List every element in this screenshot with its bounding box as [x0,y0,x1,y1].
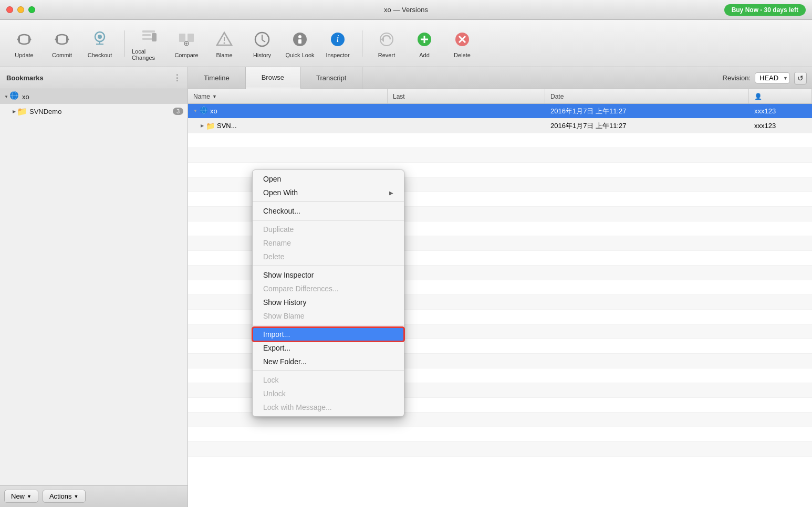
column-header-name[interactable]: Name ▼ [188,89,388,103]
revision-select-wrapper: HEAD [755,72,790,83]
tabs-bar: Timeline Browse Transcript Revision: HEA… [188,67,812,89]
collapse-icon: ▶ [13,109,16,114]
menu-export[interactable]: Export... [253,341,404,355]
toolbar-local-changes-button[interactable]: Local Changes [130,25,168,62]
history-label: History [253,52,271,58]
table-row-empty [188,427,812,442]
sort-icon: ▼ [212,94,217,99]
menu-compare-differences: Compare Differences... [253,282,404,295]
quick-look-icon [289,29,310,50]
toolbar-delete-button[interactable]: Delete [443,25,481,62]
titlebar: xo — Versions Buy Now - 30 days left [0,0,812,20]
tab-browse[interactable]: Browse [246,67,300,89]
bookmarks-label: Bookmarks [6,74,44,82]
actions-label: Actions [49,492,72,500]
sidebar-content: ▼ xo ▶ 📁 SVNDemo 3 [0,89,188,485]
sidebar-item-xo-label: xo [22,93,183,101]
svndemo-badge: 3 [173,108,183,115]
tab-transcript-label: Transcript [316,74,346,82]
toolbar-revert-button[interactable]: Revert [368,25,405,62]
tab-timeline[interactable]: Timeline [188,67,246,89]
blame-icon [214,29,235,50]
svg-rect-8 [142,30,155,33]
column-header-last[interactable]: Last [388,89,545,103]
new-button[interactable]: New ▼ [4,490,38,503]
sidebar-item-xo[interactable]: ▼ xo [0,89,188,104]
minimize-button[interactable] [17,6,24,13]
menu-show-inspector[interactable]: Show Inspector [253,268,404,282]
revision-select[interactable]: HEAD [755,72,790,83]
history-icon [252,29,273,50]
maximize-button[interactable] [28,6,35,13]
column-header-author[interactable]: 👤 [749,89,812,103]
menu-checkout[interactable]: Checkout... [253,204,404,218]
svg-line-22 [262,40,265,42]
toolbar-checkout-button[interactable]: Checkout [81,25,119,62]
add-icon [414,29,435,50]
toolbar-compare-button[interactable]: Compare [168,25,205,62]
date-col-label: Date [550,93,564,100]
toolbar-history-button[interactable]: History [243,25,281,62]
name-col-label: Name [193,93,210,100]
menu-duplicate: Duplicate [253,223,404,236]
toolbar-update-button[interactable]: Update [5,25,43,62]
menu-import[interactable]: Import... [253,328,404,341]
toolbar-sep-1 [124,30,124,57]
column-header-date[interactable]: Date [545,89,749,103]
menu-new-folder[interactable]: New Folder... [253,355,404,368]
toolbar-quick-look-button[interactable]: Quick Look [281,25,319,62]
checkout-icon [89,29,110,50]
update-label: Update [15,52,33,58]
toolbar-inspector-button[interactable]: i Inspector [319,25,357,62]
toolbar-sep-2 [362,30,362,57]
revision-area: Revision: HEAD ↺ [717,67,812,89]
svg-rect-11 [152,33,157,41]
tab-browse-label: Browse [262,73,284,81]
blame-label: Blame [216,52,232,58]
table-row[interactable]: ▶ 📁 SVN... 2016年1月7日 上午11:27 xxx123 [188,119,812,133]
menu-open-with-label: Open With [263,188,298,197]
close-button[interactable] [6,6,13,13]
menu-unlock: Unlock [253,387,404,400]
checkout-label: Checkout [88,52,112,58]
revert-label: Revert [378,52,395,58]
menu-show-history[interactable]: Show History [253,295,404,309]
svg-rect-9 [142,34,151,36]
buy-now-button[interactable]: Buy Now - 30 days left [724,4,806,16]
globe-icon [9,91,20,102]
update-icon [14,29,35,50]
table-row-empty [188,133,812,148]
context-menu: Open Open With Checkout... Duplicate Ren… [252,170,404,417]
menu-open[interactable]: Open [253,172,404,186]
svg-rect-10 [142,38,153,40]
table-row[interactable]: ▼ xo 2016年1月7日 上午11:27 xxx123 [188,104,812,119]
actions-chevron-icon: ▼ [74,494,79,499]
menu-rename: Rename [253,236,404,250]
sidebar-item-svndemo[interactable]: ▶ 📁 SVNDemo 3 [0,104,188,119]
toolbar: Update Commit Checkout [0,20,812,67]
toolbar-commit-button[interactable]: Commit [43,25,81,62]
tab-transcript[interactable]: Transcript [300,67,362,89]
svg-rect-13 [188,34,194,42]
toolbar-blame-button[interactable]: Blame [205,25,243,62]
sidebar-bottom-bar: New ▼ Actions ▼ [0,485,188,507]
sidebar-drag-handle-icon: ⋮ [173,73,181,83]
svg-text:i: i [336,34,339,44]
toolbar-add-button[interactable]: Add [405,25,443,62]
row-name-svn: ▶ 📁 SVN... [188,122,388,130]
actions-button[interactable]: Actions ▼ [43,490,86,503]
compare-icon [176,29,197,50]
refresh-button[interactable]: ↺ [794,72,807,85]
row-date-svn: 2016年1月7日 上午11:27 [545,121,749,131]
sidebar-header: Bookmarks ⋮ [0,67,188,89]
revert-icon [376,29,397,50]
menu-open-with[interactable]: Open With [253,186,404,199]
row-folder-icon: 📁 [206,122,215,130]
row-svn-label: SVN... [217,122,237,130]
menu-sep-3 [253,266,404,266]
quick-look-label: Quick Look [285,52,314,58]
new-label: New [11,492,25,500]
commit-label: Commit [52,52,72,58]
menu-sep-4 [253,325,404,325]
delete-label: Delete [454,52,471,58]
